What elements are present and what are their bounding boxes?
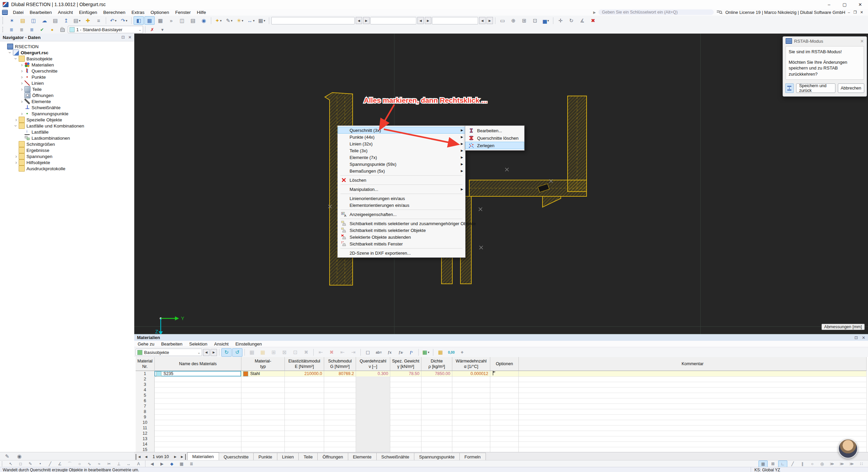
table-white-icon[interactable]: ◻ <box>363 348 373 357</box>
maximize-button[interactable]: ▢ <box>837 0 852 9</box>
empty-cell[interactable] <box>324 376 356 382</box>
tab-spannungspunkte[interactable]: Spannungspunkte <box>414 453 460 460</box>
table-menu-einstellungen[interactable]: Einstellungen <box>232 340 265 347</box>
empty-cell[interactable] <box>390 404 421 409</box>
row-number[interactable]: 15 <box>136 447 155 452</box>
new-item-icon[interactable]: ✚ <box>83 16 93 25</box>
empty-cell[interactable] <box>421 398 452 404</box>
context-item-löschen[interactable]: Löschen <box>338 177 465 183</box>
empty-cell[interactable] <box>241 387 285 393</box>
mini-table-icon[interactable]: ▦ <box>155 16 165 25</box>
empty-cell[interactable] <box>452 387 490 393</box>
tab-öffnungen[interactable]: Öffnungen <box>317 453 348 460</box>
new-load-case-icon[interactable]: ✦ <box>213 16 223 25</box>
child-minimize-icon[interactable]: – <box>848 10 850 15</box>
empty-cell[interactable] <box>324 425 356 431</box>
tab-querschnitte[interactable]: Querschnitte <box>219 453 254 460</box>
pager-next-icon[interactable]: ▶ <box>363 17 370 24</box>
empty-cell[interactable] <box>155 376 241 382</box>
grid-toggle-icon[interactable]: ▦ <box>177 460 186 467</box>
empty-cell[interactable] <box>452 398 490 404</box>
menu-einfügen[interactable]: Einfügen <box>76 9 100 16</box>
context-item-teile-3x-[interactable]: Teile (3x)▶ <box>338 147 465 154</box>
empty-cell[interactable] <box>356 393 390 398</box>
tree-item-rsection[interactable]: RSECTION <box>0 43 134 50</box>
frame-select-icon[interactable]: ⊠ <box>768 460 777 467</box>
tab-teile[interactable]: Teile <box>298 453 318 460</box>
pager-next-icon[interactable]: ▶ <box>211 349 217 356</box>
empty-cell[interactable] <box>421 409 452 415</box>
empty-combobox[interactable] <box>370 17 416 24</box>
dock-dialog-button[interactable] <box>785 83 794 93</box>
empty-cell[interactable] <box>356 376 390 382</box>
tree-item-spezielle-objekte[interactable]: Spezielle Objekte <box>0 117 134 123</box>
search-icon[interactable] <box>716 10 723 15</box>
cell-row1-col0[interactable]: 1 <box>136 371 155 377</box>
empty-cell[interactable] <box>285 420 324 426</box>
zoom-window-icon[interactable]: ⊞ <box>519 16 529 25</box>
print-icon[interactable]: ▤ <box>72 16 82 25</box>
empty-cell[interactable] <box>490 431 519 436</box>
tree-item-schweißnähte[interactable]: Schweißnähte <box>0 104 134 111</box>
empty-cell[interactable] <box>390 376 421 382</box>
empty-cell[interactable] <box>324 398 356 404</box>
menu-bearbeiten[interactable]: Bearbeiten <box>27 9 55 16</box>
tree-item-öffnungen[interactable]: Öffnungen <box>0 92 134 98</box>
edit-table-pencil-icon[interactable]: ✎ <box>2 452 12 461</box>
layer-lock-icon[interactable] <box>58 26 67 33</box>
empty-cell[interactable] <box>155 404 241 409</box>
empty-cell[interactable] <box>324 414 356 420</box>
empty-cell[interactable] <box>490 414 519 420</box>
cell-row1-col6[interactable]: 78.50 <box>390 371 421 377</box>
empty-cell[interactable] <box>452 376 490 382</box>
empty-cell[interactable] <box>155 398 241 404</box>
empty-cell[interactable] <box>452 393 490 398</box>
format-brush-off-icon[interactable]: ✗ <box>147 26 157 33</box>
empty-cell[interactable] <box>490 447 519 452</box>
pager-prev-icon[interactable]: ◀ <box>417 17 424 24</box>
layer-manage-icon[interactable]: ≣ <box>27 26 37 33</box>
nav-forward-icon[interactable]: ▶ <box>157 460 166 467</box>
tree-expander-icon[interactable] <box>8 50 13 55</box>
tree-item-punkte[interactable]: Punkte <box>0 74 134 80</box>
tree-expander-icon[interactable] <box>14 123 19 128</box>
empty-cell[interactable] <box>324 447 356 452</box>
empty-cell[interactable] <box>356 382 390 388</box>
empty-cell[interactable] <box>155 393 241 398</box>
empty-cell[interactable] <box>356 409 390 415</box>
new-circle-icon[interactable]: ○ <box>75 460 84 467</box>
row-number[interactable]: 14 <box>136 441 155 447</box>
fx-icon[interactable]: ƒx <box>384 348 395 357</box>
empty-cell[interactable] <box>155 387 241 393</box>
empty-cell[interactable] <box>490 436 519 442</box>
cloud-sync-icon[interactable]: ☁ <box>39 16 50 25</box>
tab-linien[interactable]: Linien <box>277 453 299 460</box>
empty-cell[interactable] <box>490 425 519 431</box>
row-number[interactable]: 5 <box>136 393 155 398</box>
dual-monitor-icon[interactable]: ◫ <box>177 16 187 25</box>
pager-next-icon[interactable]: ▶ <box>487 17 493 24</box>
fx-del-icon[interactable]: ƒx̷ <box>395 348 406 357</box>
tree-expander-icon[interactable] <box>19 62 24 67</box>
diamond-marker-icon[interactable]: ◆ <box>167 460 176 467</box>
tree-item-spannungspunkte[interactable]: Spannungspunkte <box>0 111 134 117</box>
context-item-anzeigeeigenschaften-[interactable]: AAnzeigeeigenschaften... <box>338 211 465 218</box>
context-item-querschnitt-3x-[interactable]: Querschnitt (3x)▶ <box>338 127 465 134</box>
save-and-return-button[interactable]: Speichern und zurück <box>796 83 835 93</box>
last-table-icon[interactable]: ▶ <box>179 454 186 460</box>
tree-item-elemente[interactable]: Elemente <box>0 98 134 104</box>
diagram-icon[interactable]: ▅ <box>541 16 551 25</box>
empty-cell[interactable] <box>421 436 452 442</box>
print-preview-icon[interactable]: ▤ <box>50 16 60 25</box>
row-number[interactable]: 12 <box>136 431 155 436</box>
empty-cell[interactable] <box>519 425 867 431</box>
measure-icon[interactable]: ∡ <box>577 16 587 25</box>
context-item-bemaßungen-5x-[interactable]: Bemaßungen (5x)▶ <box>338 168 465 174</box>
empty-cell[interactable] <box>452 382 490 388</box>
empty-cell[interactable] <box>452 447 490 452</box>
search-input[interactable]: Geben Sie ein Schlüsselwort ein (Alt+Q) <box>598 9 714 15</box>
submenu-item-zerlegen[interactable]: Zerlegen <box>465 142 524 149</box>
context-item-sichtbarkeit-mittels-selektierter-objekte[interactable]: Sichtbarkeit mittels selektierter Objekt… <box>338 227 465 234</box>
cell-row1-col8[interactable]: 0.000012 <box>452 371 490 377</box>
tree-item-lastkombinationen[interactable]: Lastkombinationen <box>0 135 134 141</box>
